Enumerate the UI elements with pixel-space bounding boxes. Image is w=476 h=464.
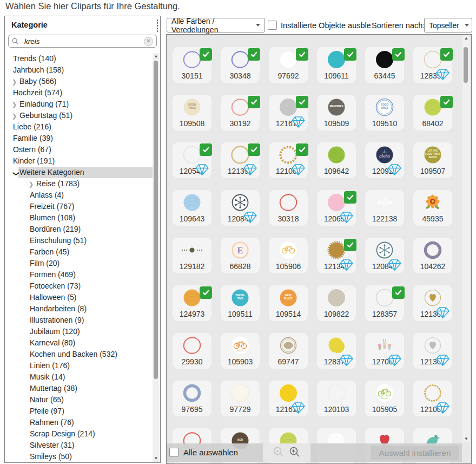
clipart-tile-30192[interactable]: 30192 bbox=[221, 95, 260, 130]
sidebar-item-einschulung[interactable]: Einschulung (51) bbox=[5, 235, 153, 246]
sidebar-item-muttertag[interactable]: Muttertag (38) bbox=[5, 383, 153, 394]
grid-scrollbar[interactable]: ▲ ▼ bbox=[462, 35, 470, 442]
panel-drag-handle-icon[interactable] bbox=[156, 19, 158, 33]
hide-installed-checkbox[interactable] bbox=[268, 21, 277, 30]
sidebar-item-pfeile[interactable]: Pfeile (97) bbox=[5, 406, 153, 417]
sidebar-item-halloween[interactable]: Halloween (5) bbox=[5, 292, 153, 303]
clipart-tile-66828[interactable]: E66828 bbox=[221, 238, 260, 273]
clipart-tile-45935[interactable]: 45935 bbox=[413, 190, 452, 226]
clear-search-icon[interactable]: ✕ bbox=[144, 37, 153, 46]
sidebar-item-familie[interactable]: Familie (39) bbox=[5, 133, 153, 144]
chevron-right-icon[interactable]: ❯ bbox=[12, 110, 18, 122]
sidebar-item-rahmen[interactable]: Rahmen (76) bbox=[5, 417, 153, 428]
search-input[interactable] bbox=[23, 37, 144, 46]
clipart-tile-128357[interactable]: 128357 bbox=[365, 285, 404, 321]
clipart-tile-68402[interactable]: 68402 bbox=[413, 95, 452, 130]
clipart-tile-30318[interactable]: 30318 bbox=[269, 190, 308, 226]
chevron-right-icon[interactable]: ❯ bbox=[12, 76, 18, 88]
sidebar-item-jahrbuch[interactable]: Jahrbuch (158) bbox=[5, 64, 153, 76]
clipart-tile-104262[interactable]: 104262 bbox=[413, 238, 452, 273]
clipart-tile-109511[interactable]: TRAVELTIME109511 bbox=[221, 285, 260, 321]
clipart-tile-128358[interactable]: 128358 bbox=[413, 47, 452, 83]
clipart-tile-121395[interactable]: 121395 bbox=[221, 142, 260, 178]
clipart-tile-109643[interactable]: 109643 bbox=[173, 190, 211, 226]
sidebar-scrollbar[interactable]: ▲ ▼ bbox=[153, 53, 160, 462]
sidebar-item-reise[interactable]: ❯Reise (1783) bbox=[5, 178, 153, 189]
chevron-down-icon[interactable]: ❮ bbox=[10, 170, 21, 177]
clipart-tile-122138[interactable]: 122138 bbox=[365, 190, 404, 226]
clipart-tile-120103[interactable]: 120103 bbox=[317, 381, 356, 416]
sidebar-item-scrap-design[interactable]: Scrap Design (214) bbox=[5, 428, 153, 440]
clipart-tile-124973[interactable]: 124973 bbox=[173, 285, 211, 321]
clipart-tile-109510[interactable]: GOODTIMES109510 bbox=[365, 95, 404, 130]
clipart-tile-120847[interactable]: 120847 bbox=[365, 238, 404, 273]
sidebar-item-weitere-kategorien[interactable]: ❮Weitere Kategorien bbox=[5, 167, 153, 178]
sidebar-item-blumen[interactable]: Blumen (108) bbox=[5, 212, 153, 224]
sidebar-item-baby[interactable]: ❯Baby (566) bbox=[5, 76, 153, 87]
scroll-down-icon[interactable]: ▼ bbox=[153, 455, 160, 462]
clipart-tile-109514[interactable]: BESTPLACE109514 bbox=[269, 285, 308, 321]
sidebar-item-formen[interactable]: Formen (469) bbox=[5, 269, 153, 280]
clipart-tile-121301[interactable]: 121301 bbox=[413, 333, 452, 369]
clipart-tile-109611[interactable]: 109611 bbox=[317, 47, 356, 83]
clipart-tile-109509[interactable]: MEMORIES109509 bbox=[317, 95, 356, 130]
clipart-tile-105903[interactable]: bicycle105903 bbox=[221, 333, 260, 369]
sidebar-item-fotoecken[interactable]: Fotoecken (73) bbox=[5, 280, 153, 292]
sidebar-item-geburtstag[interactable]: ❯Geburtstag (51) bbox=[5, 110, 153, 121]
sidebar-item-smileys[interactable]: Smileys (50) bbox=[5, 451, 153, 461]
scroll-up-icon[interactable]: ▲ bbox=[153, 53, 160, 60]
scroll-down-icon[interactable]: ▼ bbox=[462, 436, 470, 442]
clipart-tile-121003[interactable]: 121003 bbox=[413, 381, 452, 416]
clipart-tile-109642[interactable]: 109642 bbox=[317, 142, 356, 178]
clipart-tile-97695[interactable]: 97695 bbox=[173, 381, 211, 416]
color-filter-dropdown[interactable]: Alle Farben / Veredelungen bbox=[167, 18, 265, 32]
sidebar-item-handarbeiten[interactable]: Handarbeiten (8) bbox=[5, 303, 153, 315]
clipart-tile-97692[interactable]: 97692 bbox=[269, 47, 308, 83]
sidebar-item-freizeit[interactable]: Freizeit (767) bbox=[5, 201, 153, 212]
sidebar-item-trends[interactable]: Trends (140) bbox=[5, 53, 153, 64]
clipart-tile-109508[interactable]: GOODTIMES109508 bbox=[173, 95, 211, 130]
clipart-tile-120545[interactable]: 120545 bbox=[173, 142, 211, 178]
clipart-tile-120928[interactable]: ⚓aloha120928 bbox=[365, 142, 404, 178]
sidebar-item-karneval[interactable]: Karneval (80) bbox=[5, 337, 153, 349]
clipart-tile-120657[interactable]: 120657 bbox=[317, 190, 356, 226]
clipart-tile-121616[interactable]: 121616 bbox=[269, 95, 308, 130]
clipart-tile-121000[interactable]: 121000 bbox=[269, 142, 308, 178]
zoom-out-icon[interactable] bbox=[273, 446, 285, 458]
sidebar-item-illustrationen[interactable]: Illustrationen (9) bbox=[5, 315, 153, 326]
sidebar-item-ostern[interactable]: Ostern (67) bbox=[5, 144, 153, 155]
clipart-tile-105906[interactable]: 105906 bbox=[269, 238, 308, 273]
clipart-tile-121345[interactable]: 121345 bbox=[317, 238, 356, 273]
sidebar-item-silvester[interactable]: Silvester (31) bbox=[5, 440, 153, 451]
sidebar-item-musik[interactable]: Musik (14) bbox=[5, 371, 153, 383]
sidebar-item-einladung[interactable]: ❯Einladung (71) bbox=[5, 99, 153, 110]
sidebar-item-kochen-und-backen[interactable]: Kochen und Backen (532) bbox=[5, 349, 153, 360]
grid-scrollbar-thumb[interactable] bbox=[464, 47, 468, 83]
clipart-tile-30348[interactable]: 30348 bbox=[221, 47, 260, 83]
sidebar-item-farben[interactable]: Farben (45) bbox=[5, 246, 153, 258]
sidebar-item-hochzeit[interactable]: Hochzeit (574) bbox=[5, 87, 153, 99]
clipart-tile-121300[interactable]: 121300 bbox=[413, 285, 452, 321]
sidebar-item-linien[interactable]: Linien (176) bbox=[5, 360, 153, 371]
sidebar-item-film[interactable]: Film (20) bbox=[5, 258, 153, 269]
sidebar-item-liebe[interactable]: Liebe (216) bbox=[5, 121, 153, 133]
scroll-up-icon[interactable]: ▲ bbox=[462, 35, 470, 42]
clipart-tile-127005[interactable]: 127005 bbox=[365, 333, 404, 369]
sidebar-item-anlass[interactable]: Anlass (4) bbox=[5, 189, 153, 201]
clipart-tile-121615[interactable]: 121615 bbox=[269, 381, 308, 416]
clipart-tile-69747[interactable]: 69747 bbox=[269, 333, 308, 369]
clipart-tile-129182[interactable]: 129182 bbox=[173, 238, 211, 273]
clipart-tile-29930[interactable]: 29930 bbox=[173, 333, 211, 369]
clipart-tile-109507[interactable]: LET THEGOOD TIMESBEGIN109507 bbox=[413, 142, 452, 178]
zoom-in-icon[interactable] bbox=[289, 446, 301, 458]
install-selection-button[interactable]: Auswahl installieren bbox=[371, 446, 459, 460]
clipart-tile-30151[interactable]: 30151 bbox=[173, 47, 211, 83]
sidebar-item-jubil-um[interactable]: Jubiläum (120) bbox=[5, 326, 153, 337]
chevron-right-icon[interactable]: ❯ bbox=[12, 99, 18, 110]
sidebar-item-bord-ren[interactable]: Bordüren (219) bbox=[5, 224, 153, 235]
clipart-tile-120846[interactable]: 120846 bbox=[221, 190, 260, 226]
chevron-right-icon[interactable]: ❯ bbox=[29, 179, 35, 190]
clipart-tile-105905[interactable]: bicycle105905 bbox=[365, 381, 404, 416]
sidebar-item-natur[interactable]: Natur (65) bbox=[5, 394, 153, 406]
sidebar-item-kinder[interactable]: Kinder (191) bbox=[5, 155, 153, 167]
